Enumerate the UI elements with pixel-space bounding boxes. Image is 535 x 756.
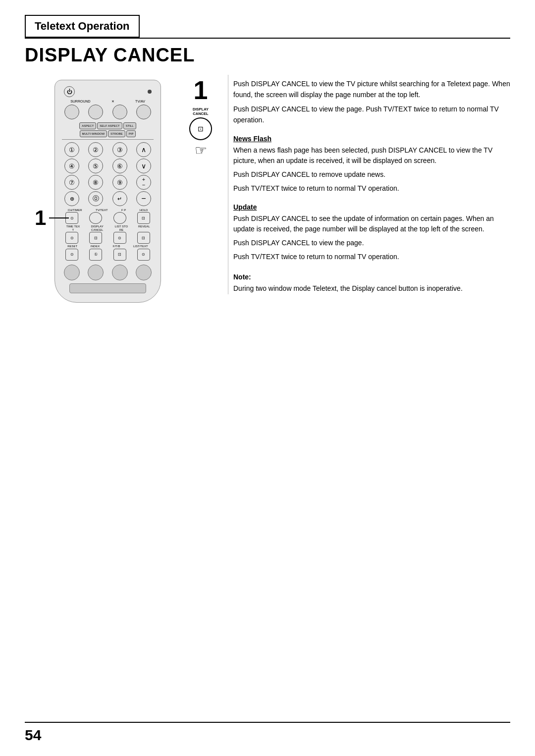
news-flash-section: News Flash When a news flash page has be… [233, 135, 510, 194]
btn-circle-func[interactable]: ⊕ [64, 191, 79, 206]
small-btn-row-1: ⊙ ⊡ [60, 212, 156, 224]
tvav-label: TV/AV [135, 100, 145, 104]
ftb-btn[interactable]: ⊡ [113, 249, 126, 261]
bottom-btn-2[interactable] [88, 265, 104, 280]
tvtext-label: TV/TEXT [96, 209, 108, 212]
reset-btn[interactable]: ⊙ [65, 249, 78, 261]
strobe-btn[interactable]: STROBE [108, 130, 125, 137]
display-cancel-label-btn: DISPLAY CANCEL [90, 225, 105, 231]
btn-up[interactable]: ∧ [136, 142, 151, 157]
index-btn[interactable]: ① [89, 249, 102, 261]
page-header-title: Teletext Operation [35, 20, 130, 32]
tvtext-btn[interactable] [89, 212, 102, 224]
bottom-btn-4[interactable] [136, 265, 152, 280]
page-header-box: Teletext Operation [25, 15, 140, 38]
btn-minus[interactable]: − [136, 191, 151, 206]
small-label-row-3: RESET INDEX F/T/B LIST/TEXT [60, 245, 156, 248]
aspect-btn[interactable]: ASPECT [79, 122, 96, 129]
hold-label: HOLD [140, 209, 148, 212]
remote-top-row: ⏻ [60, 86, 156, 97]
multi-window-btn[interactable]: MULTI WINDOW [80, 130, 107, 137]
bottom-btn-1[interactable] [64, 265, 80, 280]
small-btn-row-2: ⊙ ⊡ ⊙ ⊡ [60, 232, 156, 244]
news-flash-para1: When a news flash page has been selected… [233, 145, 510, 166]
remote-divider-1 [62, 139, 154, 140]
btn-4[interactable]: ④ [64, 159, 79, 173]
still-btn[interactable]: STILL [123, 122, 136, 129]
time-text-btn[interactable]: ⊙ [65, 232, 78, 244]
display-cancel-icon-label: DISPLAY CANCEL [193, 107, 209, 116]
btn-9[interactable]: ⑨ [112, 175, 127, 190]
step1-number-left: 1 [35, 206, 46, 230]
numpad: ① ② ③ ∧ ④ ⑤ ⑥ ∨ ⑦ ⑧ [60, 142, 156, 206]
hold-btn[interactable]: ⊡ [137, 212, 150, 224]
update-para3: Push TV/TEXT twice to return to normal T… [233, 252, 510, 263]
bottom-circle-row [60, 265, 156, 280]
update-para1: Push DISPLAY CANCEL to see the update of… [233, 214, 510, 235]
fp-btn[interactable] [113, 212, 126, 224]
news-flash-title: News Flash [233, 135, 510, 143]
display-cancel-btn[interactable]: ⊡ [89, 232, 102, 244]
small-label-row-2: TIME TEXT DISPLAY CANCEL LIST STORE REVE… [60, 225, 156, 231]
bottom-bar [69, 283, 146, 293]
btn-8[interactable]: ⑧ [88, 175, 103, 190]
step-number-main: 1 [194, 77, 208, 103]
numpad-row-3: ⑦ ⑧ ⑨ +− [60, 175, 156, 190]
remote-body: ⏻ SURROUND ✕ TV/AV AS [54, 80, 161, 303]
btn-6[interactable]: ⑥ [112, 159, 127, 173]
reveal-label: REVEAL [138, 225, 150, 231]
numpad-row-4: ⊕ ⓪ ↵ − [60, 191, 156, 206]
page-number: 54 [25, 727, 41, 743]
para1: Push DISPLAY CANCEL to view the TV pictu… [233, 79, 510, 100]
btn-1[interactable]: ① [64, 142, 79, 157]
btn-circle-3[interactable] [112, 105, 127, 119]
bottom-rule [25, 722, 510, 723]
ch-timer-label: CH/TIMER [68, 209, 82, 212]
btn-2[interactable]: ② [88, 142, 103, 157]
btn-down[interactable]: ∨ [136, 159, 151, 173]
btn-circle-1[interactable] [64, 105, 79, 119]
btn-wave[interactable]: ↵ [112, 191, 127, 206]
btn-3[interactable]: ③ [112, 142, 127, 157]
listftext-label: LIST/TEXT [133, 245, 148, 248]
small-btn-row-3: ⊙ ① ⊡ ⊙ [60, 249, 156, 261]
indicator-dot [148, 90, 152, 94]
list-store-btn[interactable]: ⊙ [113, 232, 126, 244]
numpad-row-1: ① ② ③ ∧ [60, 142, 156, 157]
note-section: Note: During two window mode Teletext, t… [233, 273, 510, 294]
note-title: Note: [233, 273, 510, 281]
btn-circle-4[interactable] [136, 105, 151, 119]
numpad-row-2: ④ ⑤ ⑥ ∨ [60, 159, 156, 173]
listftext-btn[interactable]: ⊙ [137, 249, 150, 261]
hand-pointer-icon: ☞ [195, 142, 207, 159]
self-aspect-btn[interactable]: SELF ASPECT [97, 122, 122, 129]
btn-0[interactable]: ⓪ [88, 191, 103, 206]
section-title: DISPLAY CANCEL [25, 45, 510, 66]
header-rule [25, 38, 510, 39]
reveal-btn[interactable]: ⊡ [137, 232, 150, 244]
rect-row-1: ASPECT SELF ASPECT STILL [60, 122, 156, 129]
bottom-area: 54 [25, 722, 510, 744]
bottom-btn-3[interactable] [112, 265, 128, 280]
pip-btn[interactable]: PIP [126, 130, 136, 137]
main-content: ⏻ SURROUND ✕ TV/AV AS [25, 75, 510, 294]
left-column: ⏻ SURROUND ✕ TV/AV AS [25, 75, 173, 230]
para2: Push DISPLAY CANCEL to view the page. Pu… [233, 104, 510, 125]
step1-marker: 1 [35, 206, 69, 230]
update-title: Update [233, 203, 510, 211]
fp-label: F P [121, 209, 126, 212]
remote-control: ⏻ SURROUND ✕ TV/AV AS [54, 80, 161, 303]
btn-7[interactable]: ⑦ [64, 175, 79, 190]
top-circle-row [60, 105, 156, 119]
note-para: During two window mode Teletext, the Dis… [233, 283, 510, 294]
middle-column: 1 DISPLAY CANCEL ⊡ ☞ [178, 75, 223, 159]
btn-circle-2[interactable] [88, 105, 103, 119]
label-row-1: SURROUND ✕ TV/AV [60, 100, 156, 104]
power-button[interactable]: ⏻ [64, 86, 75, 97]
btn-5[interactable]: ⑤ [88, 159, 103, 173]
marker-line [49, 217, 69, 218]
list-store-label: LIST STORE [114, 225, 129, 231]
display-cancel-circle-icon: ⊡ [189, 117, 212, 140]
btn-plus-minus[interactable]: +− [136, 175, 151, 190]
news-flash-para3: Push TV/TEXT twice to return to normal T… [233, 183, 510, 194]
